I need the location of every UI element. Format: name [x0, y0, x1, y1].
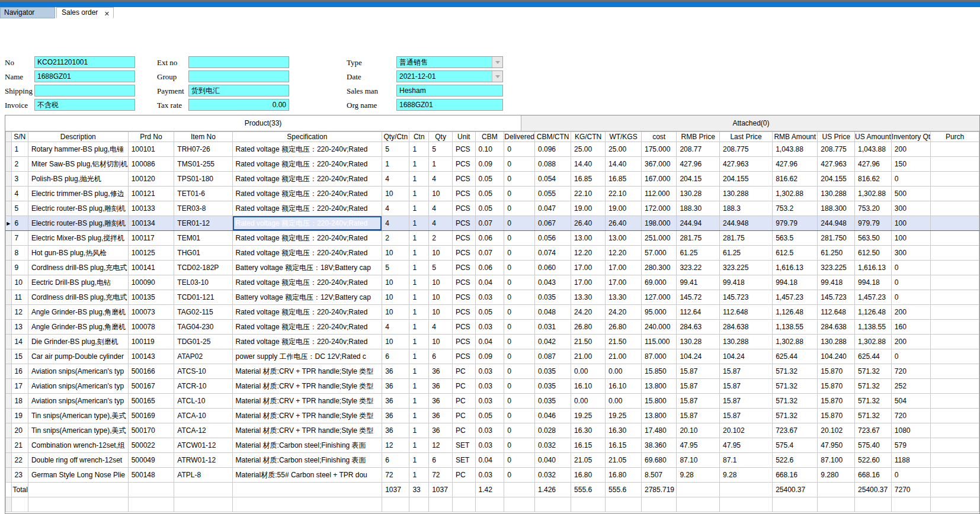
- table-cell[interactable]: 281.750: [818, 231, 855, 246]
- table-cell[interactable]: 0.055: [535, 187, 571, 201]
- table-cell[interactable]: TEM01: [174, 231, 232, 246]
- table-cell[interactable]: 13: [11, 320, 28, 335]
- table-cell[interactable]: 16.15: [606, 438, 642, 453]
- table-cell[interactable]: 15.87: [677, 409, 720, 423]
- table-cell[interactable]: 14: [11, 335, 28, 349]
- table-row[interactable]: 18Aviation snips(American's typ500165ATC…: [6, 394, 979, 409]
- table-cell[interactable]: Electric Mixer-BS plug,搅拌机: [28, 231, 128, 246]
- row-selector-cell[interactable]: [6, 231, 12, 246]
- table-cell[interactable]: PCS: [452, 172, 475, 187]
- table-row[interactable]: 12Angle Grinder-BS plug,角磨机100073TAG02-1…: [6, 305, 979, 320]
- column-header[interactable]: Delivered: [504, 132, 535, 142]
- table-cell[interactable]: 10: [11, 275, 28, 290]
- table-cell[interactable]: 0: [504, 335, 535, 349]
- table-cell[interactable]: 994.18: [773, 275, 818, 290]
- table-cell[interactable]: [931, 453, 979, 468]
- column-header[interactable]: Prd No: [128, 132, 174, 142]
- table-cell[interactable]: 104.240: [818, 349, 855, 364]
- table-cell[interactable]: 1: [409, 290, 429, 305]
- table-cell[interactable]: Material 材质:CRV + TPR handle;Style 类型: [232, 409, 382, 423]
- table-cell[interactable]: 0.067: [535, 216, 571, 231]
- table-cell[interactable]: TEL03-10: [174, 275, 232, 290]
- table-cell[interactable]: 500170: [128, 423, 174, 438]
- table-row[interactable]: 13Angle Grinder-BS plug,角磨机100078TAG04-2…: [6, 320, 979, 335]
- table-cell[interactable]: 0.035: [535, 394, 571, 409]
- table-cell[interactable]: Material 材质:Carbon steel;Finishing 表面: [232, 438, 382, 453]
- table-cell[interactable]: 575.4: [773, 438, 818, 453]
- table-cell[interactable]: 13.30: [606, 290, 642, 305]
- table-cell[interactable]: 15.87: [720, 409, 773, 423]
- table-cell[interactable]: [931, 349, 979, 364]
- invoice-field[interactable]: 不含税: [34, 99, 135, 111]
- table-cell[interactable]: 753.20: [855, 201, 892, 216]
- table-cell[interactable]: 5: [382, 261, 409, 275]
- table-cell[interactable]: 0.032: [535, 438, 571, 453]
- table-cell[interactable]: 563.50: [855, 231, 892, 246]
- table-row[interactable]: 17Aviation snips(American's typ500167ATC…: [6, 379, 979, 394]
- table-cell[interactable]: Rated voltage 额定电压：220-240v;Rated: [232, 201, 382, 216]
- column-header[interactable]: Last Price: [720, 132, 773, 142]
- table-cell[interactable]: 208.775: [818, 142, 855, 157]
- table-cell[interactable]: 112.64: [677, 305, 720, 320]
- table-row[interactable]: 7Electric Mixer-BS plug,搅拌机100117TEM01Ra…: [6, 231, 979, 246]
- table-cell[interactable]: 69.680: [641, 453, 676, 468]
- table-cell[interactable]: Eectric Drill-BS plug,电钻: [28, 275, 128, 290]
- table-cell[interactable]: Double ring off wrench-12set: [28, 453, 128, 468]
- table-cell[interactable]: 26.80: [571, 320, 606, 335]
- table-cell[interactable]: [931, 246, 979, 261]
- table-cell[interactable]: Cordlness drill-BS plug,充电式: [28, 261, 128, 275]
- table-cell[interactable]: 10: [382, 246, 409, 261]
- table-cell[interactable]: 200: [891, 142, 930, 157]
- row-selector-cell[interactable]: [6, 305, 12, 320]
- table-row[interactable]: 3Polish-BS plug,抛光机100120TPS01-180Rated …: [6, 172, 979, 187]
- table-cell[interactable]: 188.300: [818, 201, 855, 216]
- table-cell[interactable]: [931, 275, 979, 290]
- table-cell[interactable]: 500169: [128, 409, 174, 423]
- table-cell[interactable]: THG01: [174, 246, 232, 261]
- table-cell[interactable]: 1,138.55: [773, 320, 818, 335]
- table-cell[interactable]: 1,457.23: [855, 290, 892, 305]
- table-cell[interactable]: 0.00: [571, 394, 606, 409]
- table-cell[interactable]: 26.40: [606, 216, 642, 231]
- row-selector-cell[interactable]: [6, 261, 12, 275]
- no-field[interactable]: KCO211201001: [34, 56, 135, 68]
- table-cell[interactable]: 0: [891, 275, 930, 290]
- column-header[interactable]: Inventory Qt: [891, 132, 930, 142]
- table-cell[interactable]: 0.09: [475, 157, 504, 172]
- table-cell[interactable]: Rated voltage 额定电压：220-240v;Rated: [232, 275, 382, 290]
- table-cell[interactable]: 571.32: [855, 364, 892, 379]
- table-cell[interactable]: 7: [11, 231, 28, 246]
- table-cell[interactable]: 19: [11, 409, 28, 423]
- table-cell[interactable]: 994.18: [855, 275, 892, 290]
- table-cell[interactable]: 16.80: [571, 468, 606, 483]
- type-dropdown[interactable]: 普通销售: [396, 56, 503, 68]
- table-cell[interactable]: Electric router-BS plug,雕刻机: [28, 201, 128, 216]
- table-cell[interactable]: 130.28: [677, 187, 720, 201]
- table-cell[interactable]: 112.648: [720, 305, 773, 320]
- table-cell[interactable]: Tin snips(American type),美式: [28, 423, 128, 438]
- table-cell[interactable]: 0.060: [535, 261, 571, 275]
- table-cell[interactable]: 571.32: [773, 379, 818, 394]
- table-cell[interactable]: Angle Grinder-BS plug,角磨机: [28, 320, 128, 335]
- table-cell[interactable]: 15.870: [818, 394, 855, 409]
- table-cell[interactable]: 0.03: [475, 468, 504, 483]
- table-cell[interactable]: 167.000: [641, 172, 676, 187]
- table-cell[interactable]: 720: [891, 409, 930, 423]
- table-cell[interactable]: 100135: [128, 290, 174, 305]
- table-row[interactable]: 14Die Grinder-BS plug,刻磨机100119TDG01-25R…: [6, 335, 979, 349]
- table-cell[interactable]: 9: [11, 261, 28, 275]
- table-cell[interactable]: 0.087: [535, 349, 571, 364]
- sales-man-field[interactable]: Hesham: [396, 85, 503, 97]
- table-cell[interactable]: 0.05: [475, 201, 504, 216]
- table-cell[interactable]: 145.723: [818, 290, 855, 305]
- table-cell[interactable]: 99.418: [720, 275, 773, 290]
- table-cell[interactable]: 24.20: [606, 305, 642, 320]
- table-cell[interactable]: 15.87: [677, 379, 720, 394]
- table-cell[interactable]: 0.031: [535, 320, 571, 335]
- table-cell[interactable]: Car air pump-Double cylinder: [28, 349, 128, 364]
- table-cell[interactable]: 204.15: [677, 172, 720, 187]
- table-cell[interactable]: [931, 409, 979, 423]
- table-cell[interactable]: PC: [452, 394, 475, 409]
- table-cell[interactable]: [931, 423, 979, 438]
- table-cell[interactable]: 16.30: [606, 423, 642, 438]
